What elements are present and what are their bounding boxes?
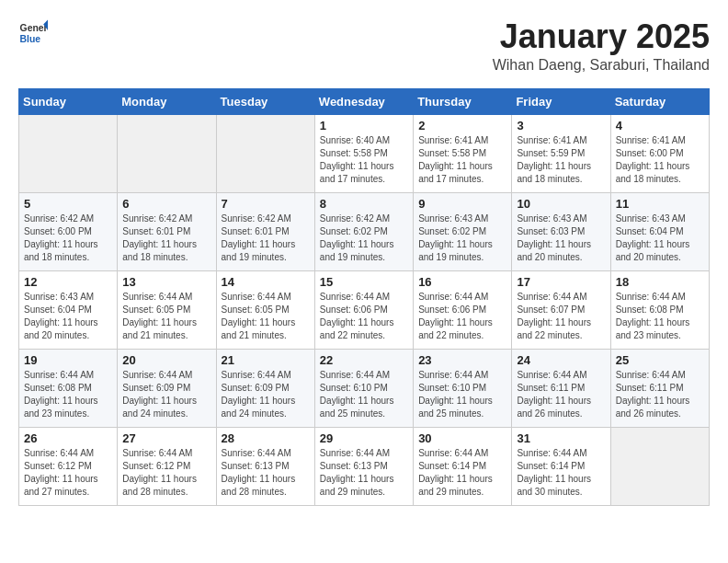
day-number: 19 bbox=[24, 353, 112, 367]
day-number: 11 bbox=[616, 197, 704, 211]
weekday-header-wednesday: Wednesday bbox=[314, 88, 413, 114]
day-detail: Sunrise: 6:42 AMSunset: 6:01 PMDaylight:… bbox=[122, 213, 210, 264]
day-detail: Sunrise: 6:44 AMSunset: 6:10 PMDaylight:… bbox=[320, 369, 408, 420]
day-detail: Sunrise: 6:44 AMSunset: 6:14 PMDaylight:… bbox=[418, 447, 506, 499]
day-detail: Sunrise: 6:42 AMSunset: 6:01 PMDaylight:… bbox=[222, 213, 310, 264]
day-number: 24 bbox=[517, 353, 605, 367]
day-detail: Sunrise: 6:43 AMSunset: 6:03 PMDaylight:… bbox=[517, 213, 605, 264]
calendar-subtitle: Wihan Daeng, Saraburi, Thailand bbox=[493, 57, 710, 74]
calendar-cell: 18Sunrise: 6:44 AMSunset: 6:08 PMDayligh… bbox=[610, 270, 709, 349]
weekday-header-tuesday: Tuesday bbox=[216, 88, 314, 114]
calendar-cell: 27Sunrise: 6:44 AMSunset: 6:12 PMDayligh… bbox=[118, 427, 216, 505]
calendar-cell: 5Sunrise: 6:42 AMSunset: 6:00 PMDaylight… bbox=[19, 192, 118, 270]
day-number: 3 bbox=[517, 119, 605, 132]
calendar-cell bbox=[118, 114, 216, 192]
day-detail: Sunrise: 6:44 AMSunset: 6:09 PMDaylight:… bbox=[122, 369, 210, 420]
day-number: 17 bbox=[517, 275, 605, 289]
calendar-title: January 2025 bbox=[493, 18, 710, 55]
calendar-week-row: 26Sunrise: 6:44 AMSunset: 6:12 PMDayligh… bbox=[19, 427, 710, 505]
weekday-header-monday: Monday bbox=[118, 88, 216, 114]
calendar-cell: 17Sunrise: 6:44 AMSunset: 6:07 PMDayligh… bbox=[512, 270, 610, 349]
day-number: 15 bbox=[320, 275, 408, 289]
day-number: 25 bbox=[616, 353, 704, 367]
day-number: 6 bbox=[122, 197, 210, 211]
day-number: 29 bbox=[320, 431, 408, 445]
day-number: 26 bbox=[24, 431, 112, 445]
day-detail: Sunrise: 6:44 AMSunset: 6:08 PMDaylight:… bbox=[24, 369, 112, 420]
day-detail: Sunrise: 6:41 AMSunset: 6:00 PMDaylight:… bbox=[616, 134, 704, 186]
day-number: 2 bbox=[418, 119, 506, 132]
weekday-header-sunday: Sunday bbox=[19, 88, 118, 114]
day-number: 10 bbox=[517, 197, 605, 211]
calendar-cell: 24Sunrise: 6:44 AMSunset: 6:11 PMDayligh… bbox=[512, 349, 610, 427]
day-detail: Sunrise: 6:44 AMSunset: 6:13 PMDaylight:… bbox=[320, 447, 408, 499]
calendar-cell: 6Sunrise: 6:42 AMSunset: 6:01 PMDaylight… bbox=[118, 192, 216, 270]
page-header: General Blue January 2025 Wihan Daeng, S… bbox=[18, 18, 710, 74]
calendar-cell: 16Sunrise: 6:44 AMSunset: 6:06 PMDayligh… bbox=[414, 270, 512, 349]
calendar-cell: 30Sunrise: 6:44 AMSunset: 6:14 PMDayligh… bbox=[414, 427, 512, 505]
svg-text:General: General bbox=[20, 23, 48, 33]
calendar-cell: 26Sunrise: 6:44 AMSunset: 6:12 PMDayligh… bbox=[19, 427, 118, 505]
calendar-cell bbox=[19, 114, 118, 192]
calendar-table: SundayMondayTuesdayWednesdayThursdayFrid… bbox=[18, 88, 710, 506]
day-detail: Sunrise: 6:40 AMSunset: 5:58 PMDaylight:… bbox=[320, 134, 408, 186]
day-detail: Sunrise: 6:44 AMSunset: 6:09 PMDaylight:… bbox=[222, 369, 310, 420]
day-number: 20 bbox=[122, 353, 210, 367]
day-number: 13 bbox=[122, 275, 210, 289]
calendar-cell bbox=[610, 427, 709, 505]
day-detail: Sunrise: 6:44 AMSunset: 6:05 PMDaylight:… bbox=[122, 291, 210, 342]
day-detail: Sunrise: 6:44 AMSunset: 6:12 PMDaylight:… bbox=[24, 447, 112, 499]
day-detail: Sunrise: 6:44 AMSunset: 6:07 PMDaylight:… bbox=[517, 291, 605, 342]
day-number: 31 bbox=[517, 431, 605, 445]
calendar-week-row: 12Sunrise: 6:43 AMSunset: 6:04 PMDayligh… bbox=[19, 270, 710, 349]
day-detail: Sunrise: 6:44 AMSunset: 6:08 PMDaylight:… bbox=[616, 291, 704, 342]
calendar-cell: 4Sunrise: 6:41 AMSunset: 6:00 PMDaylight… bbox=[610, 114, 709, 192]
calendar-cell: 13Sunrise: 6:44 AMSunset: 6:05 PMDayligh… bbox=[118, 270, 216, 349]
day-number: 21 bbox=[222, 353, 310, 367]
day-number: 12 bbox=[24, 275, 112, 289]
calendar-cell: 11Sunrise: 6:43 AMSunset: 6:04 PMDayligh… bbox=[610, 192, 709, 270]
calendar-cell: 19Sunrise: 6:44 AMSunset: 6:08 PMDayligh… bbox=[19, 349, 118, 427]
day-number: 9 bbox=[418, 197, 506, 211]
calendar-cell: 29Sunrise: 6:44 AMSunset: 6:13 PMDayligh… bbox=[314, 427, 413, 505]
title-area: January 2025 Wihan Daeng, Saraburi, Thai… bbox=[493, 18, 710, 74]
logo-icon: General Blue bbox=[18, 18, 48, 48]
logo: General Blue bbox=[18, 18, 48, 48]
day-detail: Sunrise: 6:44 AMSunset: 6:05 PMDaylight:… bbox=[222, 291, 310, 342]
day-number: 30 bbox=[418, 431, 506, 445]
calendar-cell: 12Sunrise: 6:43 AMSunset: 6:04 PMDayligh… bbox=[19, 270, 118, 349]
day-number: 27 bbox=[122, 431, 210, 445]
day-number: 23 bbox=[418, 353, 506, 367]
calendar-cell: 25Sunrise: 6:44 AMSunset: 6:11 PMDayligh… bbox=[610, 349, 709, 427]
day-number: 7 bbox=[222, 197, 310, 211]
day-detail: Sunrise: 6:43 AMSunset: 6:04 PMDaylight:… bbox=[616, 213, 704, 264]
day-detail: Sunrise: 6:44 AMSunset: 6:11 PMDaylight:… bbox=[517, 369, 605, 420]
day-number: 18 bbox=[616, 275, 704, 289]
day-detail: Sunrise: 6:42 AMSunset: 6:00 PMDaylight:… bbox=[24, 213, 112, 264]
day-number: 14 bbox=[222, 275, 310, 289]
day-number: 1 bbox=[320, 119, 408, 132]
day-detail: Sunrise: 6:44 AMSunset: 6:06 PMDaylight:… bbox=[418, 291, 506, 342]
calendar-cell: 2Sunrise: 6:41 AMSunset: 5:58 PMDaylight… bbox=[414, 114, 512, 192]
calendar-cell: 21Sunrise: 6:44 AMSunset: 6:09 PMDayligh… bbox=[216, 349, 314, 427]
day-number: 16 bbox=[418, 275, 506, 289]
day-detail: Sunrise: 6:44 AMSunset: 6:13 PMDaylight:… bbox=[222, 447, 310, 499]
weekday-header-thursday: Thursday bbox=[414, 88, 512, 114]
calendar-cell bbox=[216, 114, 314, 192]
day-detail: Sunrise: 6:44 AMSunset: 6:06 PMDaylight:… bbox=[320, 291, 408, 342]
calendar-cell: 3Sunrise: 6:41 AMSunset: 5:59 PMDaylight… bbox=[512, 114, 610, 192]
day-detail: Sunrise: 6:42 AMSunset: 6:02 PMDaylight:… bbox=[320, 213, 408, 264]
weekday-header-friday: Friday bbox=[512, 88, 610, 114]
calendar-cell: 28Sunrise: 6:44 AMSunset: 6:13 PMDayligh… bbox=[216, 427, 314, 505]
weekday-header-row: SundayMondayTuesdayWednesdayThursdayFrid… bbox=[19, 88, 710, 114]
day-number: 28 bbox=[222, 431, 310, 445]
calendar-week-row: 5Sunrise: 6:42 AMSunset: 6:00 PMDaylight… bbox=[19, 192, 710, 270]
weekday-header-saturday: Saturday bbox=[610, 88, 709, 114]
calendar-cell: 22Sunrise: 6:44 AMSunset: 6:10 PMDayligh… bbox=[314, 349, 413, 427]
calendar-cell: 7Sunrise: 6:42 AMSunset: 6:01 PMDaylight… bbox=[216, 192, 314, 270]
calendar-cell: 1Sunrise: 6:40 AMSunset: 5:58 PMDaylight… bbox=[314, 114, 413, 192]
calendar-cell: 20Sunrise: 6:44 AMSunset: 6:09 PMDayligh… bbox=[118, 349, 216, 427]
day-number: 22 bbox=[320, 353, 408, 367]
svg-text:Blue: Blue bbox=[20, 34, 41, 44]
calendar-week-row: 1Sunrise: 6:40 AMSunset: 5:58 PMDaylight… bbox=[19, 114, 710, 192]
